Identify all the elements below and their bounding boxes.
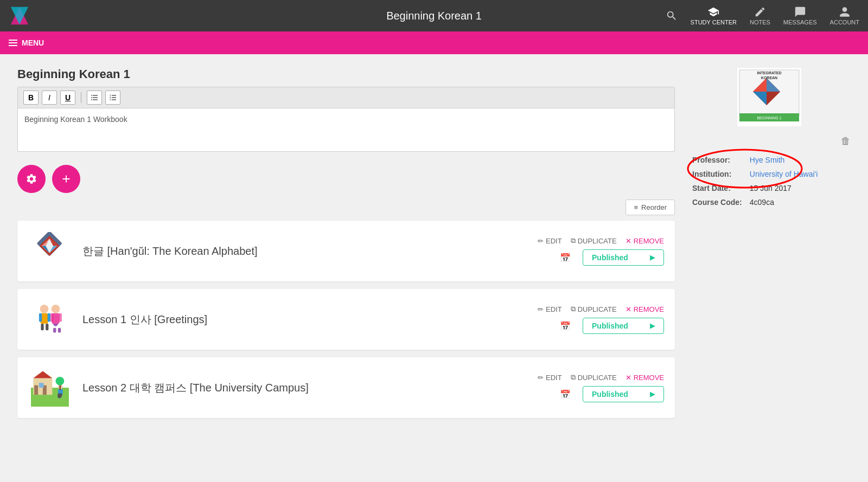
nav-search[interactable] — [666, 10, 678, 22]
duplicate-link-2[interactable]: ⧉ DUPLICATE — [571, 305, 617, 313]
dropdown-arrow-2: ▶ — [650, 322, 655, 330]
edit-link-3[interactable]: ✏ EDIT — [538, 374, 562, 382]
course-code-label: Course Code: — [689, 196, 745, 209]
lesson-title-2: Lesson 1 인사 [Greetings] — [82, 312, 538, 327]
copy-icon-1: ⧉ — [571, 236, 576, 245]
remove-link-2[interactable]: ✕ REMOVE — [626, 305, 664, 313]
duplicate-link-3[interactable]: ⧉ DUPLICATE — [571, 373, 617, 382]
nav-icon-group: STUDY CENTER NOTES MESSAGES ACCOUNT — [666, 6, 859, 25]
nav-notes[interactable]: NOTES — [750, 6, 770, 25]
lesson-actions-1: ✏ EDIT ⧉ DUPLICATE ✕ REMOVE 📅 Pub — [538, 236, 664, 266]
lesson-status-row-3: 📅 Published ▶ — [560, 386, 664, 402]
underline-button[interactable]: U — [60, 91, 75, 105]
svg-rect-30 — [50, 313, 53, 322]
main-content: Beginning Korean 1 B I U 1.2.3. Beginnin… — [0, 54, 868, 439]
course-title: Beginning Korean 1 — [17, 67, 675, 81]
svg-point-7 — [91, 99, 92, 100]
text-editor: B I U 1.2.3. Beginning Korean 1 Workbook — [17, 87, 675, 152]
published-button-2[interactable]: Published ▶ — [583, 318, 664, 334]
lesson-status-row-1: 📅 Published ▶ — [560, 249, 664, 266]
svg-point-5 — [91, 95, 92, 96]
copy-icon-2: ⧉ — [571, 305, 576, 313]
lesson-title-3: Lesson 2 대학 캠퍼스 [The University Campus] — [82, 381, 538, 395]
nav-account[interactable]: ACCOUNT — [830, 6, 859, 25]
edit-link-1[interactable]: ✏ EDIT — [538, 237, 562, 245]
study-center-label: STUDY CENTER — [691, 19, 737, 25]
menu-bar: MENU — [0, 31, 868, 54]
lesson-thumbnail-1 — [28, 229, 72, 273]
lesson-item: 한글 [Han'gŭl: The Korean Alphabet] ✏ EDIT… — [17, 221, 675, 281]
remove-link-1[interactable]: ✕ REMOVE — [626, 237, 664, 245]
editor-toolbar: B I U 1.2.3. — [17, 87, 675, 108]
nav-messages[interactable]: MESSAGES — [783, 6, 817, 25]
app-logo[interactable] — [9, 5, 30, 27]
professor-value: Hye Smith — [746, 153, 821, 166]
published-button-1[interactable]: Published ▶ — [583, 249, 664, 266]
reorder-label: Reorder — [641, 203, 667, 211]
left-panel: Beginning Korean 1 B I U 1.2.3. Beginnin… — [17, 67, 675, 426]
ordered-list-button[interactable]: 1.2.3. — [105, 91, 120, 105]
lesson-thumbnail-3 — [28, 366, 72, 409]
reorder-icon: ≡ — [634, 203, 638, 211]
lesson-actions-3: ✏ EDIT ⧉ DUPLICATE ✕ REMOVE 📅 Pub — [538, 373, 664, 402]
lesson-status-row-2: 📅 Published ▶ — [560, 318, 664, 334]
close-icon-3: ✕ — [626, 374, 631, 382]
unordered-list-button[interactable] — [87, 91, 102, 105]
editor-content[interactable]: Beginning Korean 1 Workbook — [17, 108, 675, 152]
start-date-value: 15 Jun 2017 — [746, 182, 821, 195]
page-title: Beginning Korean 1 — [386, 10, 482, 22]
lesson-title-1: 한글 [Han'gŭl: The Korean Alphabet] — [82, 244, 538, 259]
duplicate-link-1[interactable]: ⧉ DUPLICATE — [571, 236, 617, 245]
editor-text: Beginning Korean 1 Workbook — [24, 115, 127, 124]
lesson-action-row-3: ✏ EDIT ⧉ DUPLICATE ✕ REMOVE — [538, 373, 664, 382]
toolbar-divider — [81, 92, 81, 103]
svg-text:INTEGRATED: INTEGRATED — [757, 71, 782, 75]
action-buttons — [17, 165, 675, 193]
menu-label: MENU — [22, 38, 44, 47]
svg-rect-38 — [39, 383, 44, 388]
lesson-action-row-2: ✏ EDIT ⧉ DUPLICATE ✕ REMOVE — [538, 305, 664, 313]
course-image-box: INTEGRATED KOREAN BEGINNING 1 — [688, 67, 851, 127]
calendar-icon-2: 📅 — [560, 321, 571, 331]
italic-button[interactable]: I — [42, 91, 57, 105]
svg-rect-31 — [59, 313, 62, 322]
lesson-actions-2: ✏ EDIT ⧉ DUPLICATE ✕ REMOVE 📅 Pub — [538, 305, 664, 334]
pencil-icon-1: ✏ — [538, 237, 544, 245]
start-date-label: Start Date: — [689, 182, 745, 195]
edit-link-2[interactable]: ✏ EDIT — [538, 305, 562, 313]
bold-button[interactable]: B — [23, 91, 39, 105]
svg-text:BEGINNING 1: BEGINNING 1 — [757, 116, 781, 120]
lesson-item-2: Lesson 1 인사 [Greetings] ✏ EDIT ⧉ DUPLICA… — [17, 289, 675, 350]
svg-rect-25 — [48, 313, 50, 322]
dropdown-arrow-3: ▶ — [650, 390, 655, 398]
menu-button[interactable]: MENU — [9, 38, 44, 47]
svg-marker-39 — [33, 371, 52, 378]
calendar-icon-1: 📅 — [560, 253, 571, 263]
reorder-area: ≡ Reorder — [17, 200, 675, 215]
published-button-3[interactable]: Published ▶ — [583, 386, 664, 402]
close-icon-1: ✕ — [626, 237, 631, 245]
remove-link-3[interactable]: ✕ REMOVE — [626, 374, 664, 382]
reorder-button[interactable]: ≡ Reorder — [626, 200, 675, 215]
trash-area: 🗑 — [688, 136, 851, 147]
svg-rect-36 — [34, 385, 38, 395]
svg-rect-24 — [39, 313, 42, 322]
notes-label: NOTES — [750, 19, 770, 25]
calendar-icon-3: 📅 — [560, 389, 571, 400]
settings-button[interactable] — [17, 165, 46, 193]
svg-text:3.: 3. — [110, 98, 111, 101]
lesson-action-row-1: ✏ EDIT ⧉ DUPLICATE ✕ REMOVE — [538, 236, 664, 245]
pencil-icon-3: ✏ — [538, 374, 544, 382]
svg-rect-26 — [41, 324, 43, 330]
svg-point-43 — [56, 377, 65, 385]
add-button[interactable] — [52, 165, 80, 193]
close-icon-2: ✕ — [626, 305, 631, 313]
svg-rect-33 — [58, 328, 61, 333]
right-panel: INTEGRATED KOREAN BEGINNING 1 🗑 Professo… — [688, 67, 851, 426]
nav-study-center[interactable]: STUDY CENTER — [691, 6, 737, 25]
hamburger-icon — [9, 40, 17, 46]
course-info-wrapper: Professor: Hye Smith Institution: Univer… — [688, 152, 822, 210]
svg-text:KOREAN: KOREAN — [761, 76, 777, 80]
top-navigation: Beginning Korean 1 STUDY CENTER NOTES ME… — [0, 0, 868, 31]
trash-button[interactable]: 🗑 — [841, 136, 851, 147]
